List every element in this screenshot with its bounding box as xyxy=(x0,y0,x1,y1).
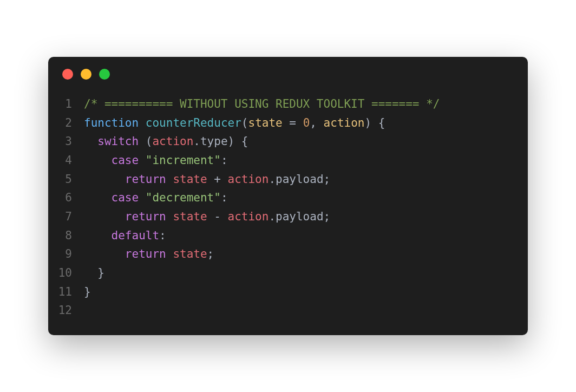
token: 0 xyxy=(303,116,310,129)
line-number: 6 xyxy=(54,188,84,207)
token: "increment" xyxy=(146,154,221,167)
code-content: } xyxy=(84,264,104,283)
code-content: } xyxy=(84,283,91,302)
token: case xyxy=(112,191,139,204)
line-number: 4 xyxy=(54,151,84,170)
token xyxy=(139,191,146,204)
token xyxy=(84,135,97,148)
token xyxy=(166,247,173,260)
token: ) { xyxy=(228,135,248,148)
token: ; xyxy=(324,173,331,186)
token: . xyxy=(269,173,276,186)
code-line: 8 default: xyxy=(54,226,522,245)
token xyxy=(166,210,173,223)
token: counterReducer xyxy=(146,116,241,129)
line-number: 1 xyxy=(54,95,84,114)
token: . xyxy=(269,210,276,223)
token: = xyxy=(283,116,303,129)
token: default xyxy=(112,229,160,242)
code-window: 1/* ========== WITHOUT USING REDUX TOOLK… xyxy=(48,57,528,335)
minimize-icon[interactable] xyxy=(81,69,91,80)
token xyxy=(84,154,112,167)
code-line: 12 xyxy=(54,301,522,320)
token: /* ========== WITHOUT USING REDUX TOOLKI… xyxy=(84,97,440,110)
close-icon[interactable] xyxy=(62,69,73,80)
line-number: 8 xyxy=(54,226,84,245)
code-content: switch (action.type) { xyxy=(84,132,248,151)
token: , xyxy=(310,116,323,129)
token: ( xyxy=(139,135,152,148)
code-line: 7 return state - action.payload; xyxy=(54,207,522,226)
token: : xyxy=(221,154,228,167)
token: function xyxy=(84,116,139,129)
code-line: 2function counterReducer(state = 0, acti… xyxy=(54,114,522,133)
token: state xyxy=(173,210,207,223)
token xyxy=(166,173,173,186)
token: state xyxy=(248,116,282,129)
token: action xyxy=(152,135,193,148)
token: : xyxy=(159,229,166,242)
code-line: 6 case "decrement": xyxy=(54,188,522,207)
token: . xyxy=(193,135,200,148)
token: return xyxy=(125,247,166,260)
token: ) { xyxy=(364,116,385,129)
token: action xyxy=(324,116,365,129)
token xyxy=(84,247,125,260)
line-number: 2 xyxy=(54,114,84,133)
token: : xyxy=(221,191,228,204)
token: return xyxy=(125,210,166,223)
window-titlebar xyxy=(48,57,528,85)
code-content: /* ========== WITHOUT USING REDUX TOOLKI… xyxy=(84,95,440,114)
token: ; xyxy=(207,247,214,260)
code-line: 1/* ========== WITHOUT USING REDUX TOOLK… xyxy=(54,95,522,114)
line-number: 12 xyxy=(54,301,84,320)
code-editor[interactable]: 1/* ========== WITHOUT USING REDUX TOOLK… xyxy=(48,85,528,320)
token: action xyxy=(228,173,269,186)
zoom-icon[interactable] xyxy=(99,69,110,80)
token xyxy=(84,173,125,186)
token: type xyxy=(200,135,228,148)
code-line: 5 return state + action.payload; xyxy=(54,170,522,189)
code-content: return state; xyxy=(84,245,214,264)
code-line: 4 case "increment": xyxy=(54,151,522,170)
token: } xyxy=(84,266,104,279)
token: payload xyxy=(276,210,324,223)
token: "decrement" xyxy=(146,191,221,204)
code-content: default: xyxy=(84,226,166,245)
token: payload xyxy=(276,173,324,186)
code-content: function counterReducer(state = 0, actio… xyxy=(84,114,385,133)
line-number: 11 xyxy=(54,283,84,302)
token xyxy=(84,229,112,242)
code-content: return state - action.payload; xyxy=(84,207,330,226)
code-line: 11} xyxy=(54,283,522,302)
line-number: 5 xyxy=(54,170,84,189)
line-number: 3 xyxy=(54,132,84,151)
line-number: 9 xyxy=(54,245,84,264)
code-line: 3 switch (action.type) { xyxy=(54,132,522,151)
token: } xyxy=(84,285,91,298)
token: return xyxy=(125,173,166,186)
token: - xyxy=(207,210,228,223)
token: + xyxy=(207,173,228,186)
code-line: 10 } xyxy=(54,264,522,283)
line-number: 10 xyxy=(54,264,84,283)
token xyxy=(84,210,125,223)
code-content: return state + action.payload; xyxy=(84,170,330,189)
token: case xyxy=(112,154,139,167)
token xyxy=(139,116,146,129)
code-content: case "increment": xyxy=(84,151,228,170)
token: ; xyxy=(324,210,331,223)
line-number: 7 xyxy=(54,207,84,226)
token: action xyxy=(228,210,269,223)
token: state xyxy=(173,173,207,186)
token: state xyxy=(173,247,207,260)
token: switch xyxy=(97,135,139,148)
code-line: 9 return state; xyxy=(54,245,522,264)
token xyxy=(139,154,146,167)
token xyxy=(84,191,112,204)
token: ( xyxy=(241,116,248,129)
code-content: case "decrement": xyxy=(84,188,228,207)
